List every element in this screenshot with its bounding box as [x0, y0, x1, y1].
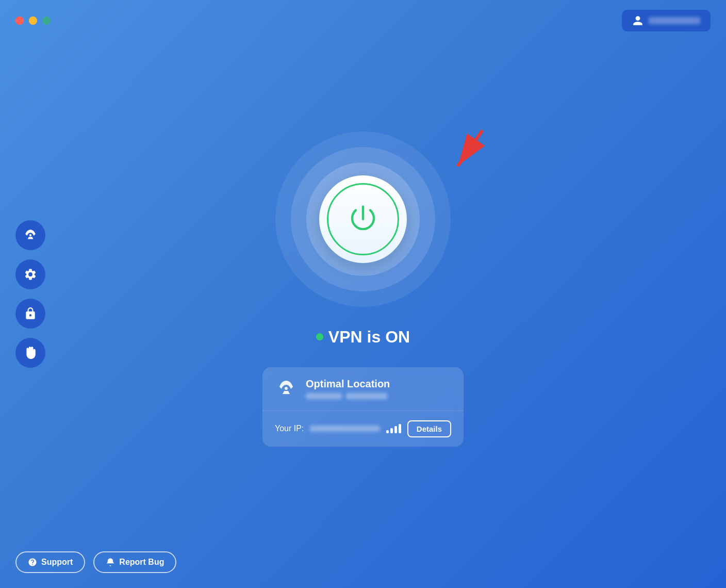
info-card: Optimal Location Your IP: Details — [262, 367, 464, 447]
report-bug-label: Report Bug — [119, 558, 164, 567]
support-label: Support — [41, 558, 73, 567]
svg-line-1 — [458, 132, 482, 165]
location-sub-1 — [306, 393, 342, 399]
power-icon — [345, 201, 381, 237]
support-button[interactable]: Support — [15, 551, 85, 573]
vpn-status: VPN is ON — [316, 328, 410, 347]
main-content: VPN is ON Optimal Location Your IP: — [0, 41, 726, 536]
user-name — [649, 17, 700, 24]
vpn-status-text: VPN is ON — [328, 328, 410, 347]
window-controls — [15, 17, 51, 25]
titlebar — [0, 0, 726, 41]
maximize-button[interactable] — [42, 17, 51, 25]
user-icon — [632, 15, 644, 26]
power-container — [275, 132, 451, 307]
support-icon — [28, 558, 37, 567]
ip-row: Your IP: Details — [262, 411, 464, 447]
status-dot — [316, 333, 323, 340]
ring-outer — [275, 132, 451, 307]
minimize-button[interactable] — [29, 17, 37, 25]
signal-strength-icon — [386, 424, 401, 433]
location-title: Optimal Location — [306, 378, 390, 390]
user-account-button[interactable] — [622, 10, 711, 31]
report-bug-icon — [106, 558, 115, 567]
location-rocket-icon — [275, 378, 298, 400]
details-button[interactable]: Details — [407, 420, 451, 437]
location-row: Optimal Location — [262, 367, 464, 411]
location-info: Optimal Location — [306, 378, 390, 399]
ip-label: Your IP: — [275, 424, 304, 433]
power-button[interactable] — [319, 175, 407, 263]
ip-value — [310, 426, 380, 432]
bottom-bar: Support Report Bug — [0, 536, 726, 588]
ring-inner — [306, 162, 420, 276]
location-sub-2 — [346, 393, 387, 399]
red-arrow-annotation — [430, 126, 492, 188]
power-button-inner — [327, 183, 399, 255]
report-bug-button[interactable]: Report Bug — [93, 551, 176, 573]
close-button[interactable] — [15, 17, 24, 25]
location-subtitle — [306, 393, 390, 399]
ring-middle — [291, 147, 435, 291]
